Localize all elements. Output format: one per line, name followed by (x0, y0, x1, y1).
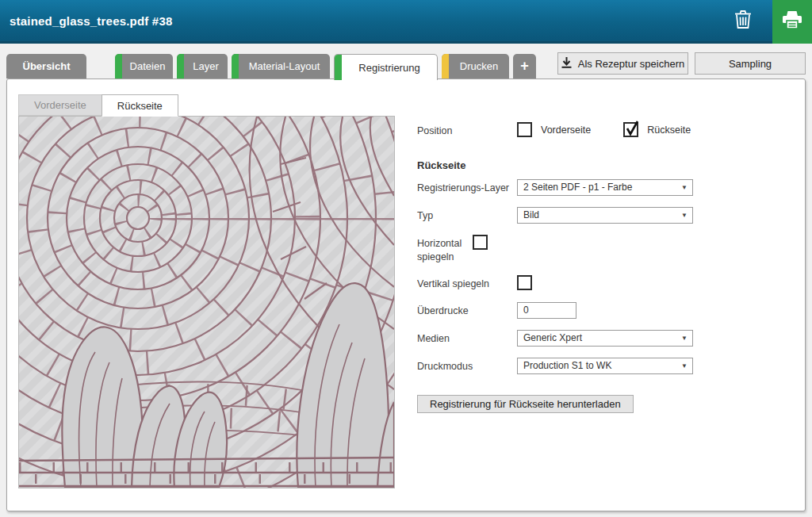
horizontal-spiegeln-row: Horizontal spiegeln (417, 235, 712, 264)
subtab-rueckseite[interactable]: Rückseite (102, 94, 178, 117)
trash-icon (734, 10, 752, 32)
tab-label: Übersicht (23, 60, 71, 72)
tab-label: Dateien (130, 60, 166, 72)
position-front-option: Vorderseite (517, 122, 591, 137)
tab-label: Registrierung (358, 62, 419, 74)
medien-label: Medien (417, 330, 517, 346)
tab-material-layout[interactable]: Material-Layout (232, 54, 330, 79)
ueberdrucke-label: Überdrucke (417, 302, 517, 318)
download-icon (561, 57, 572, 71)
tab-status-stripe (442, 54, 449, 79)
subtab-label: Rückseite (117, 100, 163, 112)
medien-select[interactable]: Generic Xpert ▼ (517, 330, 693, 347)
sampling-button[interactable]: Sampling (695, 52, 806, 75)
tab-status-stripe (115, 54, 122, 79)
printer-icon (781, 10, 803, 33)
vertikal-spiegeln-checkbox[interactable] (517, 275, 532, 290)
dropdown-arrow-icon: ▼ (681, 362, 688, 370)
dropdown-arrow-icon: ▼ (681, 212, 688, 219)
registrierungs-layer-row: Registrierungs-Layer 2 Seiten PDF - p1 -… (417, 179, 712, 196)
registrierungs-layer-label: Registrierungs-Layer (417, 179, 517, 195)
document-title: stained_glass_trees.pdf #38 (10, 14, 173, 28)
tab-status-stripe (335, 55, 342, 80)
typ-select[interactable]: Bild ▼ (517, 207, 693, 224)
section-heading: Rückseite (417, 159, 712, 171)
dropdown-arrow-icon: ▼ (681, 335, 688, 342)
title-bar: stained_glass_trees.pdf #38 (0, 0, 812, 44)
print-button[interactable] (772, 0, 812, 44)
typ-label: Typ (417, 207, 517, 223)
select-value: Generic Xpert (523, 332, 582, 343)
position-row: Position Vorderseite Rückseite (417, 122, 712, 138)
horizontal-spiegeln-checkbox[interactable] (473, 235, 488, 250)
registrierungs-layer-select[interactable]: 2 Seiten PDF - p1 - Farbe ▼ (517, 179, 693, 196)
delete-button[interactable] (725, 0, 761, 41)
sampling-label: Sampling (729, 58, 772, 70)
tab-drucken[interactable]: Drucken (442, 54, 509, 79)
ueberdrucke-input[interactable] (517, 302, 576, 319)
artwork-preview (18, 116, 395, 488)
select-value: 2 Seiten PDF - p1 - Farbe (523, 182, 632, 193)
tab-uebersicht[interactable]: Übersicht (6, 54, 86, 79)
tab-label: Layer (193, 60, 219, 72)
tab-status-stripe (177, 54, 184, 79)
dropdown-arrow-icon: ▼ (681, 184, 688, 191)
rueckseite-checkbox-label: Rückseite (647, 124, 691, 136)
tab-layer[interactable]: Layer (177, 54, 228, 79)
download-registration-button[interactable]: Registrierung für Rückseite herunterlade… (417, 395, 634, 413)
druckmodus-label: Druckmodus (417, 358, 517, 373)
vertikal-spiegeln-row: Vertikal spiegeln (417, 275, 712, 291)
vorderseite-checkbox-label: Vorderseite (541, 124, 591, 136)
registration-panel: Vorderseite Rückseite (6, 79, 806, 511)
vertikal-spiegeln-label: Vertikal spiegeln (417, 275, 517, 291)
plus-icon: + (520, 58, 529, 75)
ueberdrucke-row: Überdrucke (417, 302, 712, 319)
tab-status-stripe (232, 54, 239, 79)
subtab-vorderseite[interactable]: Vorderseite (18, 94, 102, 116)
select-value: Bild (523, 209, 539, 220)
subtab-label: Vorderseite (34, 99, 86, 111)
tab-registrierung[interactable]: Registrierung (334, 54, 438, 80)
top-actions: Als Rezeptur speichern Sampling (557, 52, 806, 75)
main-tab-bar: Übersicht Dateien Layer Material-Layout … (6, 54, 536, 80)
tab-dateien[interactable]: Dateien (115, 54, 173, 79)
panel-content: Position Vorderseite Rückseite (7, 116, 805, 488)
rueckseite-checkbox[interactable] (623, 122, 638, 137)
medien-row: Medien Generic Xpert ▼ (417, 330, 712, 347)
position-label: Position (417, 122, 517, 138)
tab-label: Drucken (460, 60, 498, 72)
registration-form: Position Vorderseite Rückseite (417, 116, 712, 413)
save-recipe-label: Als Rezeptur speichern (578, 58, 684, 70)
vorderseite-checkbox[interactable] (517, 122, 532, 137)
position-back-option: Rückseite (623, 122, 691, 137)
select-value: Production S1 to WK (523, 360, 611, 371)
save-recipe-button[interactable]: Als Rezeptur speichern (557, 52, 688, 75)
add-tab-button[interactable]: + (513, 54, 536, 79)
side-tab-bar: Vorderseite Rückseite (18, 94, 805, 116)
druckmodus-row: Druckmodus Production S1 to WK ▼ (417, 358, 712, 374)
tab-label: Material-Layout (249, 60, 320, 72)
typ-row: Typ Bild ▼ (417, 207, 712, 224)
druckmodus-select[interactable]: Production S1 to WK ▼ (517, 358, 693, 374)
horizontal-spiegeln-label: Horizontal spiegeln (417, 235, 473, 264)
